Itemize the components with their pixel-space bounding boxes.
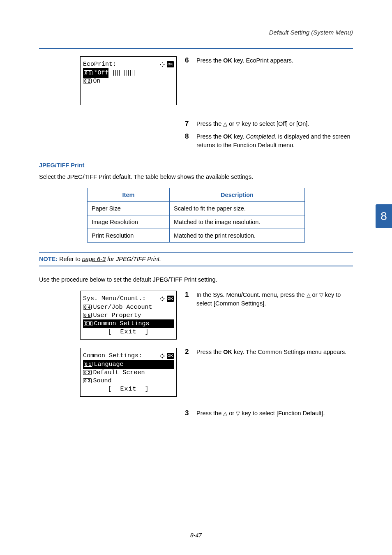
- lcd1-opt1-num: 0 1: [84, 70, 92, 75]
- table-row: Image Resolution Matched to the image re…: [88, 215, 305, 229]
- settings-table: Item Description Paper Size Scaled to fi…: [87, 188, 305, 243]
- lcd1-title: EcoPrint:: [83, 60, 116, 69]
- step7-num: 7: [185, 120, 196, 128]
- header-rule: [39, 48, 353, 49]
- note-link[interactable]: page 6-3: [82, 256, 106, 262]
- step6-num: 6: [185, 56, 196, 65]
- step2-num: 2: [185, 348, 196, 356]
- up-triangle-icon: △: [307, 292, 311, 298]
- down-triangle-icon: ▽: [236, 410, 240, 416]
- lcd2-exit: [ Exit ]: [83, 328, 174, 336]
- step7-text: Press the △ or ▽ key to select [Off] or …: [196, 120, 309, 128]
- procedure-intro: Use the procedure below to set the defau…: [39, 275, 353, 284]
- lcd2-l3: Common Settings: [94, 319, 149, 328]
- note-rule-bottom: [39, 266, 353, 266]
- step1-num: 1: [185, 291, 196, 299]
- table-row: Paper Size Scaled to fit the paper size.: [88, 202, 305, 215]
- step6-text: Press the OK key. EcoPrint appears.: [196, 56, 293, 65]
- lcd2-l1: User/Job Account: [93, 303, 152, 312]
- step3-text: Press the △ or ▽ key to select [Function…: [196, 409, 325, 418]
- page-header: Default Setting (System Menu): [39, 29, 353, 36]
- lcd2-l2: User Property: [93, 311, 141, 320]
- lcd2-l2-num: 0 5: [83, 313, 92, 318]
- step8-num: 8: [185, 132, 196, 141]
- th-desc: Description: [170, 188, 305, 202]
- hatch-fill: [108, 70, 135, 76]
- note-label: NOTE:: [39, 256, 58, 262]
- lcd2-l3-num: 0 6: [84, 321, 92, 326]
- lcd3-l2-num: 0 2: [83, 370, 92, 375]
- jpeg-tiff-heading: JPEG/TIFF Print: [39, 162, 353, 169]
- step1-text: In the Sys. Menu/Count. menu, press the …: [196, 291, 353, 308]
- down-triangle-icon: ▽: [236, 121, 240, 127]
- table-row: Print Resolution Matched to the print re…: [88, 229, 305, 243]
- note-line: NOTE: Refer to page 6-3 for JPEG/TIFF Pr…: [39, 256, 353, 262]
- lcd3-l1: Language: [94, 360, 123, 369]
- lcd3-l3: Sound: [93, 377, 111, 385]
- chapter-tab: 8: [376, 204, 392, 228]
- step3-num: 3: [185, 409, 196, 417]
- step8-text: Press the OK key. Completed. is displaye…: [196, 132, 353, 150]
- lcd3-exit: [ Exit ]: [83, 385, 174, 393]
- up-triangle-icon: △: [223, 410, 227, 416]
- lcd3-l1-num: 0 1: [84, 362, 92, 367]
- lcd1-opt2-num: 0 2: [83, 79, 92, 83]
- lcd3-l2: Default Screen: [93, 368, 145, 377]
- up-triangle-icon: △: [223, 121, 227, 127]
- step2-text: Press the OK key. The Common Settings me…: [196, 348, 346, 356]
- th-item: Item: [88, 188, 170, 202]
- page-footer: 8-47: [0, 532, 392, 539]
- lcd3-l3-num: 0 3: [83, 378, 92, 383]
- lcd1-opt1: *Off: [94, 69, 108, 77]
- lcd3-title: Common Settings:: [83, 352, 142, 360]
- note-rule-top: [39, 252, 353, 253]
- jpeg-intro: Select the JPEG/TIFF Print default. The …: [39, 173, 353, 181]
- lcd1-opt2: On: [93, 77, 100, 86]
- lcd2-title: Sys. Menu/Count.:: [83, 294, 146, 303]
- lcd2-l1-num: 0 4: [83, 305, 92, 310]
- down-triangle-icon: ▽: [319, 292, 323, 298]
